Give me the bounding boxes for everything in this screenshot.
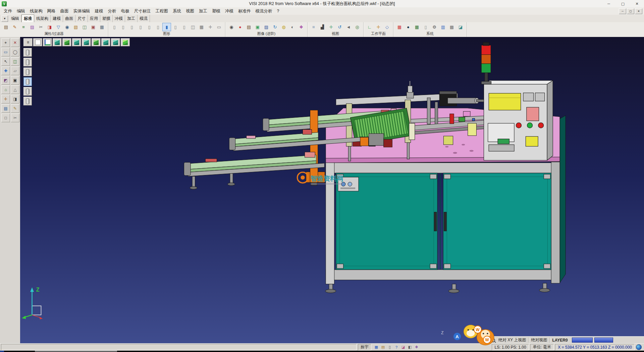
menu-item-2[interactable]: 线架构 — [28, 8, 45, 15]
menu-item-15[interactable]: 冲模 — [223, 8, 236, 15]
menu-item-1[interactable]: 编辑 — [14, 8, 28, 15]
palette-icon[interactable]: ❖ — [414, 345, 420, 350]
tab-overflow-button[interactable]: ▼ — [1, 15, 8, 22]
tab-3[interactable]: 建模 — [51, 15, 63, 22]
wireframe-style-icon[interactable]: ▯ — [110, 23, 119, 31]
grid-display-icon[interactable]: ▦ — [197, 23, 206, 31]
poly-select-icon[interactable]: ▱ — [11, 67, 19, 75]
cut-filter-icon[interactable]: ✂ — [37, 23, 45, 31]
box-icon[interactable]: ◧ — [407, 345, 413, 350]
machine-model[interactable]: 智造资料网 Z Z — [20, 37, 644, 343]
color-grid-icon[interactable]: ▦ — [395, 23, 404, 31]
render-settings-icon[interactable]: ◉ — [227, 23, 236, 31]
ghost-style-icon[interactable]: ▯ — [154, 23, 162, 31]
clip-plane-2-button[interactable] — [23, 58, 32, 67]
hatch-icon[interactable]: ▩ — [447, 23, 456, 31]
material-sphere-icon[interactable]: ● — [404, 23, 413, 31]
mask-select-icon[interactable]: ◩ — [1, 76, 10, 85]
pan-icon[interactable]: ✛ — [327, 23, 335, 31]
view-iso-2-icon[interactable] — [62, 38, 71, 46]
trim-icon[interactable]: ✂ — [11, 114, 19, 122]
document-icon[interactable]: ▯ — [387, 345, 393, 350]
tab-0[interactable]: 编辑 — [9, 15, 21, 22]
rotate-view-icon[interactable]: ↺ — [335, 23, 344, 31]
tab-2[interactable]: 线架构 — [34, 15, 51, 22]
axes-display-icon[interactable]: ✛ — [206, 23, 215, 31]
photo-icon[interactable]: ▨ — [262, 23, 271, 31]
menu-item-3[interactable]: 网格 — [45, 8, 58, 15]
window-select-icon[interactable]: ◫ — [11, 57, 19, 66]
settings-gear-icon[interactable]: ⚙ — [430, 23, 439, 31]
view-iso-6-icon[interactable] — [101, 38, 110, 46]
broom-icon[interactable]: ▦ — [98, 23, 106, 31]
folder-icon[interactable]: ▤ — [380, 345, 386, 350]
workplane-xy-icon[interactable]: ∟ — [365, 23, 374, 31]
clip-plane-5-button[interactable] — [23, 87, 32, 96]
menu-item-7[interactable]: 分析 — [106, 8, 119, 15]
tab-10[interactable]: 模流 — [138, 15, 150, 22]
zoom-window-icon[interactable]: ▟ — [318, 23, 327, 31]
view-mode-label[interactable]: 绝对视图 — [529, 337, 549, 343]
menu-item-17[interactable]: 模流分析 — [253, 8, 275, 15]
dynamic-shade-icon[interactable]: ▮ — [162, 23, 171, 31]
maximize-button[interactable]: ▢ — [616, 0, 630, 7]
view-iso-5-icon[interactable] — [92, 38, 101, 46]
bulb-icon[interactable]: ◍ — [279, 23, 288, 31]
view-iso-8-icon[interactable] — [121, 38, 130, 46]
funnel-icon[interactable]: ▽ — [54, 23, 63, 31]
refresh-icon[interactable]: ↻ — [271, 23, 279, 31]
close-button[interactable]: ✕ — [630, 0, 644, 7]
half-shade-icon[interactable]: ◨ — [11, 95, 19, 103]
swatch-icon[interactable]: ◫ — [80, 23, 89, 31]
rgb-icon[interactable]: ▣ — [253, 23, 262, 31]
section-display-icon[interactable]: ◫ — [189, 23, 197, 31]
hidden-line-style-icon[interactable]: ▯ — [119, 23, 127, 31]
clip-plane-1-button[interactable] — [23, 48, 32, 57]
menu-item-6[interactable]: 建模 — [93, 8, 106, 15]
magnet-icon[interactable]: ◨ — [45, 23, 54, 31]
green-grid-icon[interactable]: ▦ — [413, 23, 421, 31]
viewbar-menu-icon[interactable]: ≡ — [23, 38, 33, 46]
color-filter-icon[interactable]: ▨ — [28, 23, 37, 31]
monitor-icon[interactable]: ▦ — [373, 345, 379, 350]
tab-1[interactable]: 标准 — [21, 14, 34, 23]
menu-item-10[interactable]: 工程图 — [153, 8, 171, 15]
menu-item-5[interactable]: 实体编辑 — [71, 8, 93, 15]
eraser-icon[interactable]: ◪ — [400, 345, 406, 350]
globe-icon[interactable] — [636, 344, 642, 350]
workplane-face-icon[interactable]: ◇ — [383, 23, 391, 31]
deselect-icon[interactable]: ✕ — [11, 38, 19, 47]
edge-display-icon[interactable]: ▯ — [171, 23, 180, 31]
menu-item-16[interactable]: 标准件 — [236, 8, 253, 15]
ramp-icon[interactable]: ◪ — [456, 23, 465, 31]
minimize-button[interactable]: ─ — [602, 0, 616, 7]
menu-item-18[interactable]: ? — [275, 8, 282, 14]
transparent-style-icon[interactable]: ▯ — [145, 23, 154, 31]
clip-plane-6-button[interactable] — [23, 97, 32, 105]
list-select-icon[interactable]: ▤ — [1, 104, 10, 113]
menu-item-9[interactable]: 尺寸标注 — [132, 8, 153, 15]
tab-8[interactable]: 冲模 — [113, 15, 125, 22]
help-2-icon[interactable]: ? — [393, 345, 399, 350]
frame-icon[interactable]: □ — [1, 114, 10, 122]
view-axes-icon[interactable] — [43, 38, 52, 46]
clip-plane-4-button[interactable] — [23, 77, 32, 86]
menu-item-14[interactable]: 塑模 — [210, 8, 223, 15]
traffic-light-icon[interactable]: ● — [236, 23, 245, 31]
menu-item-12[interactable]: 视图 — [183, 8, 197, 15]
zoom-all-icon[interactable]: ⌗ — [309, 23, 318, 31]
silhouette-icon[interactable]: ▯ — [180, 23, 189, 31]
tab-9[interactable]: 加工 — [125, 15, 138, 22]
cursor-icon[interactable]: ↖ — [1, 57, 10, 66]
rendered-style-icon[interactable]: ▯ — [136, 23, 145, 31]
tab-4[interactable]: 曲面 — [63, 15, 75, 22]
color-bar-2[interactable] — [594, 338, 613, 343]
mdi-minimize-button[interactable]: ─ — [619, 8, 626, 14]
view-iso-7-icon[interactable] — [111, 38, 120, 46]
home-view-icon[interactable]: ⌂ — [1, 85, 10, 94]
solid-select-icon[interactable]: ▣ — [11, 76, 19, 85]
viewport-3d[interactable]: 智造资料网 Z Z — [20, 37, 644, 343]
workplane-3pt-icon[interactable]: ✛ — [374, 23, 383, 31]
blank-page-icon[interactable]: ▯ — [421, 23, 430, 31]
view-orientation-label[interactable]: 绝对 XY 上视图 — [496, 337, 528, 343]
